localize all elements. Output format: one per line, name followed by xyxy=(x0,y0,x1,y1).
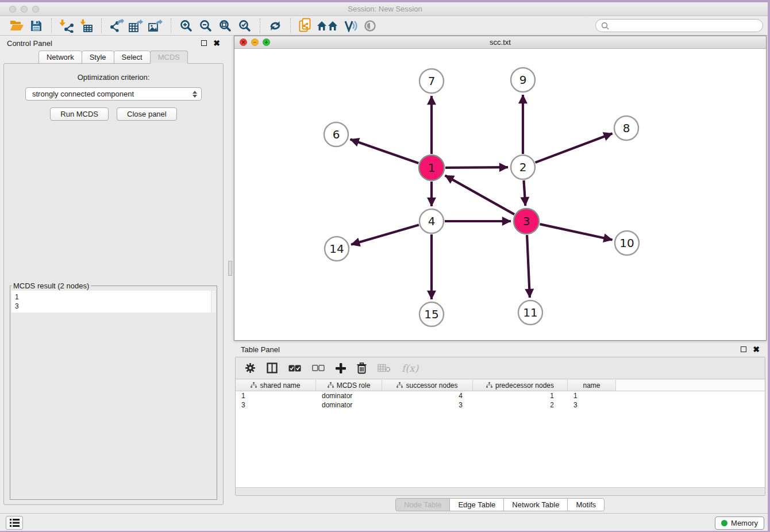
app-titlebar: Session: New Session xyxy=(0,0,770,16)
tab-network-table[interactable]: Network Table xyxy=(503,498,568,511)
search-input[interactable] xyxy=(612,21,757,30)
zoom-selected-icon xyxy=(238,20,251,32)
status-bar: Memory xyxy=(0,513,770,532)
tab-motifs[interactable]: Motifs xyxy=(567,498,605,511)
settings-gear-icon[interactable] xyxy=(245,363,256,373)
edge-1-2[interactable] xyxy=(445,167,508,168)
network-window-title: scc.txt xyxy=(490,38,511,47)
tab-node-table[interactable]: Node Table xyxy=(395,498,451,511)
close-window-button[interactable] xyxy=(9,6,16,13)
edge-2-3[interactable] xyxy=(524,180,526,206)
edge-3-10[interactable] xyxy=(540,224,613,240)
column-header-shared-name[interactable]: shared name xyxy=(236,380,316,391)
save-session-button[interactable] xyxy=(26,18,46,34)
zoom-fit-icon xyxy=(219,20,232,32)
network-canvas[interactable]: 7968124314101511 xyxy=(234,49,766,340)
column-header-MCDS-role[interactable]: MCDS role xyxy=(316,380,382,391)
sort-column-icon xyxy=(328,382,334,388)
tab-network[interactable]: Network xyxy=(38,51,82,64)
columns-icon[interactable] xyxy=(267,363,278,373)
node-label-1: 1 xyxy=(428,161,436,175)
refresh-layout-button[interactable] xyxy=(265,18,285,34)
task-history-button[interactable] xyxy=(6,516,23,530)
tab-style[interactable]: Style xyxy=(82,51,114,64)
window-frame-top xyxy=(0,0,770,2)
vizmapper-button[interactable] xyxy=(341,18,360,34)
column-header-name[interactable]: name xyxy=(568,380,616,391)
export-image-button[interactable] xyxy=(146,18,165,34)
result-scrollbar[interactable] xyxy=(211,291,215,313)
cell-successor-nodes: 4 xyxy=(382,392,473,400)
column-header-successor-nodes[interactable]: successor nodes xyxy=(382,380,473,391)
cell-successor-nodes: 3 xyxy=(382,401,473,409)
sort-column-icon xyxy=(486,382,492,388)
table-panel-title: Table Panel xyxy=(241,345,280,354)
node-label-3: 3 xyxy=(523,214,530,228)
edge-3-1[interactable] xyxy=(445,175,515,214)
zoom-out-button[interactable] xyxy=(196,18,215,34)
mcds-result-legend: MCDS result (2 nodes) xyxy=(11,282,91,290)
toolbar-separator xyxy=(260,18,260,33)
annotation-button[interactable] xyxy=(296,18,315,34)
memory-status-icon xyxy=(721,520,727,526)
search-box[interactable] xyxy=(595,19,763,32)
add-row-icon[interactable] xyxy=(336,363,346,373)
close-table-panel-icon[interactable]: ✖ xyxy=(753,346,760,352)
save-icon xyxy=(30,20,42,32)
main-toolbar xyxy=(0,16,770,36)
float-panel-icon[interactable] xyxy=(201,40,207,46)
import-network-button[interactable] xyxy=(57,18,76,34)
memory-button[interactable]: Memory xyxy=(715,516,764,530)
edge-4-14[interactable] xyxy=(351,225,419,244)
deselect-all-icon[interactable] xyxy=(312,365,325,371)
sort-column-icon xyxy=(396,382,403,388)
first-neighbors-button[interactable] xyxy=(315,18,341,34)
zoom-selected-button[interactable] xyxy=(235,18,255,34)
table-panel: Table Panel ✖ f(x) shared nameMCDS xyxy=(234,342,767,513)
edge-1-6[interactable] xyxy=(351,140,419,164)
mcds-result-text[interactable]: 13 xyxy=(11,291,215,313)
sort-column-icon xyxy=(251,382,257,388)
float-table-panel-icon[interactable] xyxy=(741,346,746,352)
search-icon xyxy=(601,22,609,30)
network-minimize-button[interactable]: − xyxy=(251,38,259,46)
network-graph: 7968124314101511 xyxy=(234,49,766,338)
node-label-7: 7 xyxy=(428,74,436,88)
open-session-button[interactable] xyxy=(7,18,26,34)
annotation-icon xyxy=(299,18,313,33)
run-mcds-button[interactable]: Run MCDS xyxy=(50,107,109,121)
export-table-button[interactable] xyxy=(126,18,146,34)
panel-splitter[interactable] xyxy=(227,36,234,513)
homes-icon xyxy=(317,20,339,32)
tab-edge-table[interactable]: Edge Table xyxy=(449,498,504,511)
tab-select[interactable]: Select xyxy=(114,51,151,64)
splitter-handle[interactable] xyxy=(228,261,232,276)
close-panel-button[interactable]: Close panel xyxy=(117,107,177,121)
maximize-window-button[interactable] xyxy=(32,6,39,13)
column-header-predecessor-nodes[interactable]: predecessor nodes xyxy=(473,380,568,391)
network-window-titlebar[interactable]: ✕ − + scc.txt xyxy=(234,36,766,49)
delete-table-icon xyxy=(378,364,391,372)
table-footer xyxy=(236,487,765,495)
network-close-button[interactable]: ✕ xyxy=(240,38,247,46)
node-label-2: 2 xyxy=(519,160,527,174)
edge-3-11[interactable] xyxy=(527,235,530,298)
select-all-icon[interactable] xyxy=(288,365,301,372)
zoom-fit-button[interactable] xyxy=(215,18,235,34)
criterion-select[interactable]: strongly connected component xyxy=(25,87,202,101)
control-panel-tabs: NetworkStyleSelectMCDS xyxy=(0,51,227,64)
export-network-button[interactable] xyxy=(107,18,126,34)
table-row[interactable]: 3dominator323 xyxy=(236,400,765,410)
network-maximize-button[interactable]: + xyxy=(263,38,270,46)
table-row[interactable]: 1dominator411 xyxy=(236,391,765,400)
tab-mcds[interactable]: MCDS xyxy=(150,51,188,64)
zoom-in-button[interactable] xyxy=(176,18,196,34)
import-table-button[interactable] xyxy=(76,18,96,34)
close-panel-icon[interactable]: ✖ xyxy=(213,40,220,46)
edge-2-8[interactable] xyxy=(536,133,613,163)
table-panel-header: Table Panel ✖ xyxy=(234,342,767,357)
control-panel-header: Control Panel ✖ xyxy=(0,36,227,51)
show-graphics-details-button[interactable] xyxy=(360,18,380,34)
delete-row-trash-icon[interactable] xyxy=(357,363,367,374)
minimize-window-button[interactable] xyxy=(21,6,28,13)
